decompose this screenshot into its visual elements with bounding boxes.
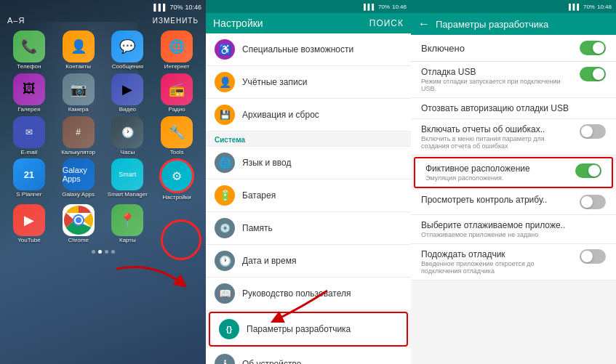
- accounts-icon: 👤: [215, 72, 235, 92]
- app-item-camera[interactable]: 📷 Камера: [55, 73, 102, 113]
- tools-label: Tools: [170, 150, 184, 156]
- app-item-tools[interactable]: 🔧 Tools: [153, 116, 200, 156]
- settings-status-bar: ▌▌▌ 70% 10:46: [206, 0, 411, 13]
- settings-item-manual[interactable]: 📖 Руководство пользователя: [206, 278, 411, 310]
- usb-debug-toggle[interactable]: [580, 67, 606, 81]
- internet-icon[interactable]: 🌐: [161, 31, 193, 62]
- settings-search-button[interactable]: ПОИСК: [369, 18, 404, 28]
- devopt-item-revoke-usb[interactable]: Отозвать авторизацию отладки USB: [411, 98, 616, 119]
- bugreports-desc: Включить в меню питания параметр для соз…: [421, 135, 574, 150]
- app-item-empty: [153, 204, 200, 244]
- video-icon[interactable]: ▶: [111, 73, 143, 105]
- youtube-icon[interactable]: ▶: [13, 204, 45, 236]
- backup-label: Архивация и сброс: [242, 110, 319, 120]
- smartmgr-icon[interactable]: Smart: [111, 158, 143, 190]
- settings-app-label: Настройки: [163, 195, 191, 201]
- debug-app-title: Выберите отлаживаемое приложе..: [421, 220, 565, 230]
- mock-location-title: Фиктивное расположение: [425, 163, 530, 174]
- devopt-panel: ▌▌▌ 70% 10:48 ← Параметры разработчика В…: [411, 0, 616, 364]
- email-label: E-mail: [21, 150, 38, 156]
- usb-debug-desc: Режим отладки запускается при подключени…: [421, 78, 574, 92]
- settings-item-accessibility[interactable]: ♿ Специальные возможности: [206, 33, 411, 66]
- app-item-clock[interactable]: 🕐 Часы: [105, 116, 151, 156]
- app-grid: 📞 Телефон 👤 Контакты 💬 Сообщения 🌐 Интер…: [0, 28, 206, 247]
- about-label: Об устройстве: [242, 359, 301, 364]
- edit-button[interactable]: ИЗМЕНИТЬ: [153, 17, 199, 25]
- mock-location-toggle[interactable]: [575, 163, 601, 178]
- chrome-icon[interactable]: [63, 204, 95, 236]
- phone-label: Телефон: [17, 64, 41, 70]
- settings-item-accounts[interactable]: 👤 Учётные записи: [206, 66, 411, 99]
- clock-icon[interactable]: 🕐: [111, 116, 143, 148]
- tools-icon[interactable]: 🔧: [161, 116, 193, 148]
- app-item-radio[interactable]: 📻 Радио: [153, 73, 200, 113]
- youtube-label: YouTube: [17, 238, 40, 244]
- gallery-icon[interactable]: 🖼: [13, 73, 45, 105]
- settings-item-datetime[interactable]: 🕐 Дата и время: [206, 245, 411, 278]
- app-item-video[interactable]: ▶ Видео: [105, 73, 151, 113]
- maps-label: Карты: [119, 238, 136, 244]
- clock-label: Часы: [121, 150, 135, 156]
- storage-icon: 💿: [215, 218, 235, 238]
- app-item-phone[interactable]: 📞 Телефон: [6, 31, 52, 70]
- app-item-smartmgr[interactable]: Smart Smart Manager: [105, 158, 151, 201]
- maps-icon[interactable]: 📍: [111, 204, 143, 236]
- devopt-item-attr-control[interactable]: Просмотреть контроль атрибу..: [411, 190, 616, 215]
- galaxyapps-icon[interactable]: Galaxy Apps: [63, 158, 95, 190]
- about-icon: ℹ: [215, 354, 235, 364]
- bugreports-title: Включать отчеты об ошибках..: [421, 124, 574, 134]
- mock-location-desc: Эмуляция расположения.: [425, 174, 530, 182]
- contacts-label: Контакты: [65, 64, 91, 70]
- bugreports-toggle[interactable]: [580, 124, 606, 139]
- language-label: Язык и ввод: [242, 158, 291, 168]
- app-item-internet[interactable]: 🌐 Интернет: [153, 31, 200, 70]
- app-item-settings[interactable]: ⚙ Настройки: [153, 158, 200, 201]
- app-item-chrome[interactable]: Chrome: [55, 204, 102, 244]
- devopt-icon: {}: [219, 319, 239, 339]
- storage-label: Память: [242, 223, 273, 233]
- splanner-icon[interactable]: 21: [13, 158, 45, 190]
- calc-icon[interactable]: #: [63, 116, 95, 148]
- devopt-item-bugreports[interactable]: Включать отчеты об ошибках.. Включить в …: [411, 119, 616, 155]
- radio-icon[interactable]: 📻: [161, 73, 193, 105]
- settings-item-backup[interactable]: 💾 Архивация и сброс: [206, 99, 411, 132]
- chrome-label: Chrome: [68, 238, 88, 244]
- back-icon[interactable]: ←: [418, 17, 430, 31]
- devopt-item-wait-debugger[interactable]: Подождать отладчик Введенное приложение …: [411, 244, 616, 280]
- sms-icon[interactable]: 💬: [111, 31, 143, 62]
- contacts-icon[interactable]: 👤: [63, 31, 95, 62]
- app-item-youtube[interactable]: ▶ YouTube: [6, 204, 52, 244]
- devopt-enabled-toggle[interactable]: [580, 41, 606, 55]
- app-item-galaxyapps[interactable]: Galaxy Apps Galaxy Apps: [55, 158, 102, 201]
- camera-icon[interactable]: 📷: [63, 73, 95, 105]
- devopt-signal: ▌▌▌: [569, 4, 581, 10]
- phone-icon[interactable]: 📞: [13, 31, 45, 62]
- devopt-item-debug-app[interactable]: Выберите отлаживаемое приложе.. Отлажива…: [411, 215, 616, 244]
- app-item-sms[interactable]: 💬 Сообщения: [105, 31, 151, 70]
- gallery-label: Галерея: [18, 107, 41, 113]
- devopt-item-usb-debug[interactable]: Отладка USB Режим отладки запускается пр…: [411, 62, 616, 98]
- app-item-calc[interactable]: # Калькулятор: [55, 116, 102, 156]
- settings-item-about[interactable]: ℹ Об устройстве: [206, 348, 411, 364]
- app-item-contacts[interactable]: 👤 Контакты: [55, 31, 102, 70]
- settings-item-storage[interactable]: 💿 Память: [206, 212, 411, 245]
- devopt-item-mock-location[interactable]: Фиктивное расположение Эмуляция располож…: [414, 157, 613, 188]
- settings-item-devopt[interactable]: {} Параметры разработчика: [209, 312, 408, 347]
- settings-app-icon[interactable]: ⚙: [159, 158, 194, 193]
- app-item-maps[interactable]: 📍 Карты: [105, 204, 151, 244]
- app-item-email[interactable]: ✉ E-mail: [6, 116, 52, 156]
- datetime-icon: 🕐: [215, 251, 235, 271]
- accounts-label: Учётные записи: [242, 77, 307, 87]
- app-item-splanner[interactable]: 21 S Planner: [6, 158, 52, 201]
- backup-icon: 💾: [215, 105, 235, 125]
- app-item-gallery[interactable]: 🖼 Галерея: [6, 73, 52, 113]
- settings-item-battery[interactable]: 🔋 Батарея: [206, 179, 411, 212]
- settings-item-language[interactable]: 🌐 Язык и ввод: [206, 147, 411, 179]
- sort-label: А–Я: [7, 16, 25, 25]
- devopt-status-bar: ▌▌▌ 70% 10:48: [411, 0, 616, 13]
- email-icon[interactable]: ✉: [13, 116, 45, 148]
- devopt-settings-list: Включено Отладка USB Режим отладки запус…: [411, 35, 616, 364]
- attr-control-toggle[interactable]: [580, 195, 606, 209]
- battery-label: Батарея: [242, 190, 276, 201]
- wait-debugger-toggle[interactable]: [580, 249, 606, 264]
